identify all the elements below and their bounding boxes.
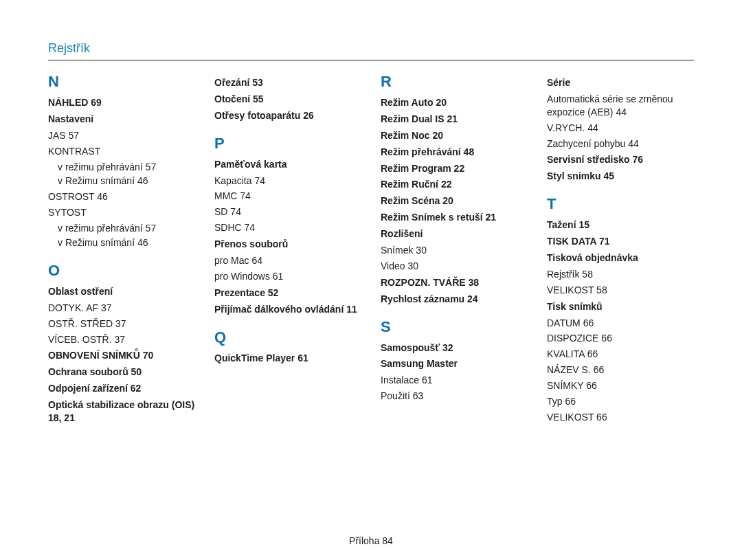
index-subentry[interactable]: pro Windows 61	[214, 270, 361, 283]
index-subentry[interactable]: SNÍMKY 66	[547, 379, 694, 392]
index-entry[interactable]: Režim Scéna 20	[381, 194, 528, 208]
index-entry[interactable]: Paměťová karta	[214, 158, 361, 171]
index-subentry[interactable]: VÍCEB. OSTŘ. 37	[48, 333, 195, 346]
index-subsubentry[interactable]: v Režimu snímání 46	[58, 175, 195, 188]
index-subsubentry[interactable]: v režimu přehrávání 57	[58, 161, 195, 174]
index-page-ref: 50	[131, 366, 142, 377]
index-letter: P	[214, 135, 361, 153]
index-subentry[interactable]: Typ 66	[547, 395, 694, 408]
index-entry[interactable]: Ochrana souborů 50	[48, 366, 195, 379]
index-entry[interactable]: Oblast ostření	[48, 285, 195, 298]
index-entry[interactable]: Odpojení zařízení 62	[48, 382, 195, 395]
index-label: Nastavení	[48, 113, 93, 124]
index-entry[interactable]: Nastavení	[48, 113, 195, 126]
index-label: Režim Dual IS	[381, 113, 445, 124]
index-subentry[interactable]: NÁZEV S. 66	[547, 363, 694, 377]
index-page-ref: 53	[252, 77, 263, 88]
index-label: v režimu přehrávání	[58, 223, 143, 234]
index-page-ref: 15	[578, 219, 589, 230]
index-subentry[interactable]: V.RYCH. 44	[547, 122, 694, 135]
index-page-ref: 37	[101, 302, 112, 313]
index-page-ref: 44	[628, 138, 639, 149]
index-subentry[interactable]: Zachycení pohybu 44	[547, 137, 694, 150]
index-entry[interactable]: Otočení 55	[214, 93, 361, 106]
index-column: NNÁHLED 69NastaveníJAS 57KONTRASTv režim…	[48, 73, 195, 428]
index-subentry[interactable]: Snímek 30	[381, 244, 528, 257]
index-entry[interactable]: Režim přehrávání 48	[381, 146, 528, 159]
index-label: DOTYK. AF	[48, 302, 98, 313]
footer-page-number: 84	[382, 535, 393, 546]
index-label: Režim přehrávání	[381, 146, 461, 157]
index-subentry[interactable]: OSTŘ. STŘED 37	[48, 317, 195, 331]
index-letter: Q	[214, 328, 361, 346]
index-subentry[interactable]: SDHC 74	[214, 221, 361, 234]
index-label: QuickTime Player	[214, 352, 295, 363]
index-page-ref: 69	[91, 97, 102, 108]
index-page-ref: 66	[596, 412, 607, 423]
index-entry[interactable]: Samospoušť 32	[381, 341, 528, 355]
index-page-ref: 58	[596, 284, 607, 295]
index-entry[interactable]: QuickTime Player 61	[214, 352, 361, 365]
index-page-ref: 66	[565, 396, 576, 407]
index-entry[interactable]: Série	[547, 76, 694, 89]
index-subentry[interactable]: MMC 74	[214, 190, 361, 203]
index-subentry[interactable]: VELIKOST 66	[547, 411, 694, 424]
index-subentry[interactable]: Automatická série se změnou expozice (AE…	[547, 93, 694, 119]
index-label: Otočení	[214, 93, 250, 104]
index-entry[interactable]: Servisní středisko 76	[547, 153, 694, 166]
index-entry[interactable]: Optická stabilizace obrazu (OIS) 18, 21	[48, 399, 195, 425]
index-entry[interactable]: Rozlišení	[381, 227, 528, 240]
index-page-ref: 18, 21	[48, 412, 75, 423]
index-page-ref: 46	[137, 237, 148, 248]
footer-label: Příloha	[349, 535, 379, 546]
index-subentry[interactable]: Instalace 61	[381, 374, 528, 387]
index-subentry[interactable]: JAS 57	[48, 129, 195, 142]
index-entry[interactable]: Tažení 15	[547, 219, 694, 232]
index-subentry[interactable]: DOTYK. AF 37	[48, 302, 195, 315]
index-subentry[interactable]: DATUM 66	[547, 317, 694, 330]
index-subentry[interactable]: Kapacita 74	[214, 175, 361, 188]
index-entry[interactable]: Styl snímku 45	[547, 170, 694, 183]
index-entry[interactable]: NÁHLED 69	[48, 96, 195, 109]
index-subentry[interactable]: Rejstřík 58	[547, 268, 694, 281]
index-entry[interactable]: Režim Ruční 22	[381, 178, 528, 191]
index-entry[interactable]: Přijímač dálkového ovládání 11	[214, 303, 361, 316]
index-label: Prezentace	[214, 287, 265, 298]
index-column: SérieAutomatická série se změnou expozic…	[547, 73, 694, 428]
index-entry[interactable]: Režim Program 22	[381, 162, 528, 175]
index-entry[interactable]: OBNOVENÍ SNÍMKŮ 70	[48, 349, 195, 362]
index-entry[interactable]: Tisková objednávka	[547, 251, 694, 265]
index-entry[interactable]: Otřesy fotoaparátu 26	[214, 109, 361, 122]
index-entry[interactable]: ROZPOZN. TVÁŘE 38	[381, 276, 528, 289]
index-entry[interactable]: Režim Snímek s retuší 21	[381, 211, 528, 224]
index-subsubentry[interactable]: v režimu přehrávání 57	[58, 222, 195, 235]
index-entry[interactable]: Režim Noc 20	[381, 129, 528, 142]
index-subentry[interactable]: SYTOST	[48, 206, 195, 219]
index-subentry[interactable]: KONTRAST	[48, 145, 195, 158]
index-subentry[interactable]: OSTROST 46	[48, 190, 195, 203]
index-page-ref: 24	[467, 293, 478, 304]
index-entry[interactable]: TISK DATA 71	[547, 235, 694, 248]
index-label: MMC	[214, 190, 237, 201]
index-entry[interactable]: Režim Auto 20	[381, 96, 528, 109]
index-subsubentry[interactable]: v Režimu snímání 46	[58, 236, 195, 249]
index-subentry[interactable]: pro Mac 64	[214, 254, 361, 267]
index-entry[interactable]: Prezentace 52	[214, 287, 361, 300]
index-entry[interactable]: Ořezání 53	[214, 76, 361, 89]
index-entry[interactable]: Přenos souborů	[214, 238, 361, 251]
index-entry[interactable]: Rychlost záznamu 24	[381, 293, 528, 306]
index-subentry[interactable]: SD 74	[214, 205, 361, 219]
index-label: JAS	[48, 130, 66, 141]
index-entry[interactable]: Samsung Master	[381, 357, 528, 370]
index-subentry[interactable]: KVALITA 66	[547, 348, 694, 361]
index-page-ref: 22	[454, 163, 465, 174]
index-entry[interactable]: Tisk snímků	[547, 300, 694, 313]
index-subentry[interactable]: DISPOZICE 66	[547, 332, 694, 345]
index-subentry[interactable]: Video 30	[381, 260, 528, 273]
index-page-ref: 58	[582, 269, 593, 280]
index-page-ref: 71	[599, 236, 610, 247]
index-label: Přenos souborů	[214, 238, 288, 249]
index-entry[interactable]: Režim Dual IS 21	[381, 113, 528, 126]
index-subentry[interactable]: Použití 63	[381, 390, 528, 403]
index-subentry[interactable]: VELIKOST 58	[547, 284, 694, 297]
